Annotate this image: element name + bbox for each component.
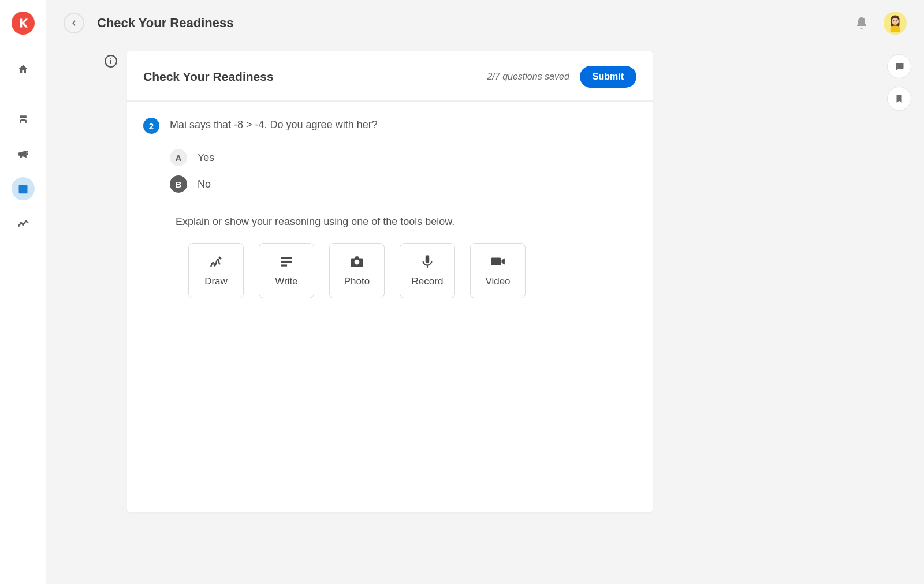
tool-label: Write — [275, 276, 297, 287]
page-title: Check Your Readiness — [97, 16, 855, 31]
svg-point-5 — [892, 18, 899, 25]
draw-icon — [208, 254, 223, 269]
options-list: A Yes B No — [170, 149, 636, 193]
card-header: Check Your Readiness 2/7 questions saved… — [127, 51, 653, 102]
option-a[interactable]: A Yes — [170, 149, 636, 166]
chevron-left-icon — [70, 19, 78, 27]
nav-calendar[interactable] — [12, 177, 35, 200]
svg-rect-12 — [281, 261, 292, 263]
logo-icon — [17, 17, 29, 29]
question-card: Check Your Readiness 2/7 questions saved… — [127, 51, 653, 512]
nav-home[interactable] — [12, 58, 35, 81]
svg-point-4 — [27, 222, 28, 223]
info-button[interactable] — [104, 54, 118, 68]
svg-point-6 — [893, 20, 895, 21]
explain-prompt: Explain or show your reasoning using one… — [176, 216, 636, 228]
info-icon — [104, 54, 118, 68]
avatar-icon — [886, 13, 904, 33]
question-text: Mai says that -8 > -4. Do you agree with… — [170, 118, 378, 131]
calendar-icon — [17, 183, 29, 194]
megaphone-icon — [17, 148, 29, 160]
bookmark-icon — [894, 93, 904, 104]
tool-draw[interactable]: Draw — [188, 243, 244, 298]
main-region: Check Your Readiness — [46, 0, 924, 584]
tool-video[interactable]: Video — [470, 243, 526, 298]
nav-analytics[interactable] — [12, 212, 35, 235]
option-letter: A — [170, 149, 187, 166]
home-icon — [17, 63, 29, 75]
svg-point-0 — [18, 225, 20, 227]
option-letter: B — [170, 175, 187, 193]
option-label: Yes — [198, 152, 214, 164]
card-title: Check Your Readiness — [143, 70, 487, 84]
camera-icon — [349, 254, 364, 269]
bell-icon — [855, 16, 869, 30]
chat-icon — [894, 61, 904, 72]
svg-point-2 — [22, 224, 24, 226]
video-icon — [490, 254, 505, 269]
svg-point-7 — [896, 20, 897, 21]
back-button[interactable] — [64, 13, 84, 33]
tool-label: Draw — [204, 276, 228, 287]
chat-button[interactable] — [887, 54, 911, 78]
desk-icon — [17, 114, 29, 125]
nav-desk[interactable] — [12, 108, 35, 131]
save-status: 2/7 questions saved — [487, 72, 569, 82]
nav-divider — [12, 96, 35, 96]
svg-rect-13 — [281, 264, 287, 266]
question-row: 2 Mai says that -8 > -4. Do you agree wi… — [143, 118, 636, 134]
svg-point-14 — [355, 260, 360, 265]
bookmark-button[interactable] — [887, 87, 911, 111]
floating-actions — [887, 54, 911, 111]
option-b[interactable]: B No — [170, 175, 636, 193]
svg-point-1 — [20, 222, 22, 224]
tool-label: Photo — [344, 276, 370, 287]
question-number: 2 — [143, 118, 159, 134]
svg-point-10 — [110, 58, 111, 59]
analytics-icon — [17, 218, 29, 229]
notifications-button[interactable] — [855, 16, 869, 30]
tool-record[interactable]: Record — [400, 243, 455, 298]
tool-label: Record — [412, 276, 444, 287]
svg-rect-11 — [281, 257, 292, 259]
tool-write[interactable]: Write — [259, 243, 314, 298]
microphone-icon — [420, 254, 435, 269]
svg-point-3 — [25, 220, 27, 222]
write-icon — [279, 254, 294, 269]
sidebar — [0, 0, 46, 584]
tools-row: Draw Write Photo Record — [188, 243, 636, 298]
option-label: No — [198, 178, 211, 190]
avatar[interactable] — [884, 12, 907, 35]
submit-button[interactable]: Submit — [580, 66, 636, 88]
card-body: 2 Mai says that -8 > -4. Do you agree wi… — [127, 102, 653, 315]
content: Check Your Readiness 2/7 questions saved… — [127, 51, 653, 512]
tool-label: Video — [485, 276, 510, 287]
app-logo[interactable] — [12, 12, 35, 35]
tool-photo[interactable]: Photo — [329, 243, 385, 298]
topbar: Check Your Readiness — [46, 0, 924, 40]
nav-announce[interactable] — [12, 143, 35, 166]
